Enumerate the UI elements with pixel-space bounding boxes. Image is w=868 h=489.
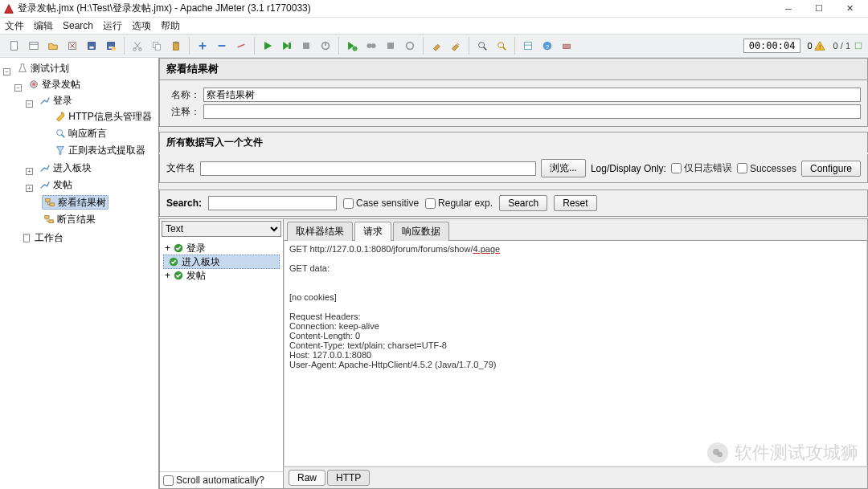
results-left: Text + 登录 进入板块 + (159, 218, 284, 489)
comment-input[interactable] (203, 104, 861, 119)
new-icon[interactable] (6, 37, 23, 55)
toolbar-separator (338, 37, 339, 55)
minimize-button[interactable]: ─ (773, 0, 804, 18)
svg-rect-14 (155, 44, 160, 50)
tab-response[interactable]: 响应数据 (393, 222, 449, 241)
svg-rect-27 (388, 43, 394, 49)
tab-raw[interactable]: Raw (289, 470, 326, 486)
expand-icon[interactable] (194, 37, 211, 55)
svg-rect-20 (289, 43, 291, 49)
tree-toggle[interactable]: − (14, 84, 22, 92)
tree-enter-forum[interactable]: 进入板块 (38, 161, 93, 174)
cut-icon[interactable] (129, 37, 146, 55)
save-icon[interactable] (83, 37, 100, 55)
close-icon[interactable] (63, 37, 81, 55)
remote-shutdown-icon[interactable] (401, 37, 419, 55)
renderer-combo[interactable]: Text (162, 221, 281, 237)
request-url-highlight: 4.page (473, 244, 500, 254)
tree-thread-group[interactable]: 登录发帖 (27, 78, 82, 91)
menu-help[interactable]: 帮助 (161, 19, 180, 33)
view-tabs: Raw HTTP (284, 467, 867, 488)
svg-rect-46 (45, 216, 49, 219)
tab-request[interactable]: 请求 (354, 222, 391, 241)
tree-regex-extractor[interactable]: 正则表达式提取器 (53, 144, 147, 157)
magnifier-icon (55, 128, 66, 139)
reset-search-icon[interactable] (493, 37, 510, 55)
toolbar-separator (514, 37, 515, 55)
sampler-icon (39, 179, 51, 190)
menu-run[interactable]: 运行 (103, 19, 122, 33)
sampler-icon (39, 162, 51, 173)
search-button[interactable]: Search (499, 195, 547, 211)
clear-icon[interactable] (428, 37, 445, 55)
basic-info: 名称： 注释： (159, 80, 868, 127)
shutdown-icon[interactable] (317, 37, 334, 55)
sample-post[interactable]: + 发帖 (163, 269, 280, 282)
get-data-label: GET data: (289, 263, 330, 273)
tree-toggle[interactable]: − (3, 68, 10, 75)
tree-response-assertion[interactable]: 响应断言 (53, 127, 108, 140)
tree-assertion-results[interactable]: 断言结果 (42, 213, 97, 226)
tree-toggle[interactable]: + (165, 269, 170, 282)
tree-test-plan[interactable]: 测试计划 (15, 62, 71, 75)
tree-toggle[interactable]: + (26, 185, 33, 192)
toggle-icon[interactable] (232, 37, 250, 55)
case-sensitive-label: Case sensitive (356, 198, 419, 209)
open-icon[interactable] (44, 37, 62, 55)
heap-icon[interactable] (558, 37, 575, 55)
svg-rect-7 (89, 47, 93, 49)
templates-icon[interactable] (25, 37, 43, 55)
save-as-icon[interactable] (102, 37, 120, 55)
test-plan-tree[interactable]: − 测试计划 − 登录发帖 (0, 58, 159, 489)
reset-button[interactable]: Reset (554, 195, 596, 211)
maximize-button[interactable]: ☐ (804, 0, 834, 18)
tree-toggle[interactable]: + (26, 168, 33, 175)
search-icon[interactable] (473, 37, 491, 55)
tree-login-sampler[interactable]: 登录 (38, 94, 74, 107)
start-no-pause-icon[interactable] (278, 37, 296, 55)
menu-file[interactable]: 文件 (5, 19, 24, 33)
start-icon[interactable] (259, 37, 276, 55)
successes-checkbox[interactable]: Successes (737, 163, 796, 174)
title-bar: 登录发帖.jmx (H:\Test\登录发帖.jmx) - Apache JMe… (0, 0, 868, 18)
tree-toggle[interactable]: + (165, 242, 170, 255)
stop-icon[interactable] (297, 37, 315, 55)
tree-toggle[interactable]: − (26, 100, 33, 108)
filename-input[interactable] (200, 161, 536, 176)
function-helper-icon[interactable] (519, 37, 537, 55)
configure-button[interactable]: Configure (801, 161, 861, 177)
menu-search[interactable]: Search (63, 20, 93, 31)
scroll-auto-checkbox[interactable]: Scroll automatically? (163, 475, 280, 486)
start-remote-icon[interactable] (343, 37, 361, 55)
tree-post[interactable]: 发帖 (38, 178, 74, 191)
collapse-icon[interactable] (213, 37, 231, 55)
paste-icon[interactable] (167, 37, 185, 55)
case-sensitive-checkbox[interactable]: Case sensitive (343, 198, 419, 209)
sample-login[interactable]: + 登录 (163, 242, 280, 255)
menu-edit[interactable]: 编辑 (34, 19, 53, 33)
file-row: 文件名 浏览... Log/Display Only: 仅日志错误 Succes… (159, 154, 868, 183)
browse-button[interactable]: 浏览... (541, 159, 586, 177)
close-button[interactable]: ✕ (834, 0, 865, 18)
remote-stop-icon[interactable] (382, 37, 399, 55)
scroll-auto-row: Scroll automatically? (160, 471, 283, 488)
sample-enter-forum[interactable]: 进入板块 (163, 255, 280, 269)
copy-icon[interactable] (148, 37, 166, 55)
menu-options[interactable]: 选项 (132, 19, 151, 33)
tree-workbench[interactable]: 工作台 (19, 231, 65, 244)
sample-tree[interactable]: + 登录 进入板块 + 发帖 (160, 238, 283, 471)
tab-http[interactable]: HTTP (327, 470, 370, 486)
tab-sampler-result[interactable]: 取样器结果 (287, 222, 353, 241)
header-line: User-Agent: Apache-HttpClient/4.5.2 (Jav… (289, 360, 496, 369)
tree-http-header[interactable]: HTTP信息头管理器 (53, 110, 153, 123)
clear-all-icon[interactable] (447, 37, 465, 55)
help-icon[interactable]: ? (538, 37, 556, 55)
name-input[interactable] (203, 88, 861, 102)
warning-badge[interactable]: 0 ! (807, 40, 825, 51)
request-body[interactable]: GET http://127.0.0.1:8080/jforum/forums/… (284, 241, 867, 467)
search-input[interactable] (208, 196, 337, 210)
errors-only-checkbox[interactable]: 仅日志错误 (671, 161, 732, 175)
remote-start-all-icon[interactable] (362, 37, 380, 55)
regex-checkbox[interactable]: Regular exp. (425, 198, 493, 209)
tree-view-results[interactable]: 察看结果树 (42, 195, 108, 210)
